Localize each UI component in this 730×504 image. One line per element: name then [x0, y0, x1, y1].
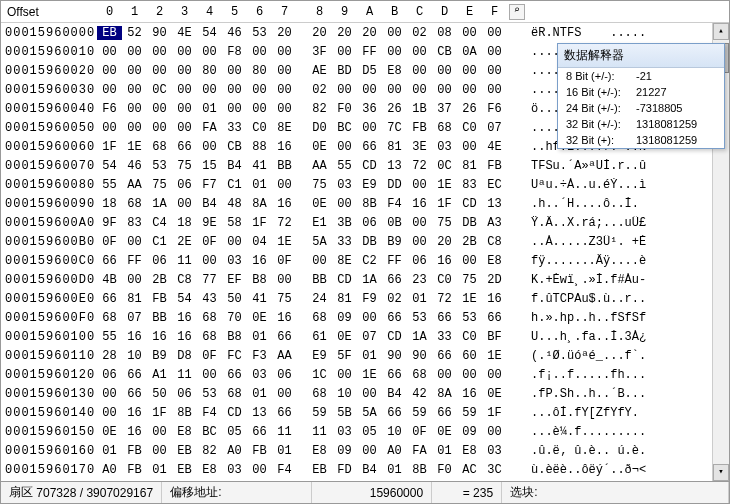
hex-byte[interactable]: 8B	[172, 406, 197, 420]
hex-byte[interactable]: 0F	[97, 235, 122, 249]
hex-byte[interactable]: 75	[457, 273, 482, 287]
hex-byte[interactable]: C0	[457, 330, 482, 344]
hex-byte[interactable]: 68	[97, 311, 122, 325]
hex-byte[interactable]: A0	[97, 463, 122, 477]
hex-byte[interactable]: 07	[357, 330, 382, 344]
hex-byte[interactable]: B4	[197, 197, 222, 211]
hex-byte[interactable]: FF	[122, 254, 147, 268]
hex-byte[interactable]: F0	[332, 102, 357, 116]
hex-byte[interactable]: 68	[432, 121, 457, 135]
hex-byte[interactable]: 00	[357, 121, 382, 135]
hex-row[interactable]: 000159601300066500653680100681000B4428A1…	[1, 384, 729, 403]
header-tool[interactable]: ⌕	[507, 3, 527, 20]
hex-byte[interactable]: 03	[247, 368, 272, 382]
hex-byte[interactable]: B9	[382, 235, 407, 249]
hex-byte[interactable]: 00	[222, 102, 247, 116]
hex-byte[interactable]: 5B	[332, 406, 357, 420]
hex-byte[interactable]: 03	[222, 254, 247, 268]
hex-byte[interactable]: 16	[122, 406, 147, 420]
hex-byte[interactable]: 00	[307, 254, 332, 268]
hex-byte[interactable]: CD	[332, 273, 357, 287]
hex-byte[interactable]: F9	[357, 292, 382, 306]
hex-byte[interactable]: F4	[272, 463, 297, 477]
hex-byte[interactable]: 66	[432, 406, 457, 420]
hex-byte[interactable]: 53	[407, 311, 432, 325]
hex-byte[interactable]: 00	[122, 273, 147, 287]
hex-byte[interactable]: 53	[147, 159, 172, 173]
hex-byte[interactable]: E8	[172, 425, 197, 439]
hex-byte[interactable]: 00	[482, 45, 507, 59]
hex-byte[interactable]: 00	[357, 83, 382, 97]
hex-byte[interactable]: 01	[197, 102, 222, 116]
hex-byte[interactable]: 72	[407, 159, 432, 173]
hex-byte[interactable]: E8	[382, 64, 407, 78]
hex-byte[interactable]: DD	[382, 178, 407, 192]
hex-byte[interactable]: 00	[147, 121, 172, 135]
hex-byte[interactable]: CD	[457, 197, 482, 211]
hex-byte[interactable]: 01	[407, 292, 432, 306]
hex-byte[interactable]: E8	[457, 444, 482, 458]
hex-byte[interactable]: C0	[457, 121, 482, 135]
hex-byte[interactable]: 18	[172, 216, 197, 230]
hex-byte[interactable]: AA	[122, 178, 147, 192]
hex-byte[interactable]: 66	[382, 311, 407, 325]
hex-byte[interactable]: 02	[307, 83, 332, 97]
hex-byte[interactable]: 68	[197, 311, 222, 325]
hex-row[interactable]: 0001596014000161F8BF4CD1366595B5A6659665…	[1, 403, 729, 422]
hex-byte[interactable]: 8B	[407, 463, 432, 477]
hex-byte[interactable]: 1F	[247, 216, 272, 230]
hex-byte[interactable]: B4	[222, 159, 247, 173]
hex-byte[interactable]: 16	[172, 330, 197, 344]
hex-byte[interactable]: 01	[147, 463, 172, 477]
hex-byte[interactable]: 66	[122, 368, 147, 382]
hex-byte[interactable]: 06	[357, 216, 382, 230]
hex-byte[interactable]: 01	[247, 178, 272, 192]
ascii-cell[interactable]: ...è¼.f.........	[527, 425, 712, 439]
hex-byte[interactable]: 01	[357, 349, 382, 363]
hex-row[interactable]: 000159601200666A111006603061C001E6668000…	[1, 365, 729, 384]
scroll-up-button[interactable]: ▴	[713, 23, 729, 40]
hex-byte[interactable]: 16	[272, 311, 297, 325]
hex-byte[interactable]: 01	[272, 444, 297, 458]
hex-byte[interactable]: 06	[97, 368, 122, 382]
hex-byte[interactable]: 26	[382, 102, 407, 116]
hex-byte[interactable]: 68	[147, 140, 172, 154]
hex-byte[interactable]: B8	[222, 330, 247, 344]
hex-byte[interactable]: 00	[247, 45, 272, 59]
hex-byte[interactable]: 55	[97, 330, 122, 344]
hex-byte[interactable]: F3	[247, 349, 272, 363]
hex-byte[interactable]: 03	[332, 178, 357, 192]
hex-byte[interactable]: 33	[332, 235, 357, 249]
hex-byte[interactable]: 20	[357, 26, 382, 40]
hex-byte[interactable]: 00	[197, 368, 222, 382]
hex-byte[interactable]: 05	[357, 425, 382, 439]
hex-byte[interactable]: 00	[357, 311, 382, 325]
hex-byte[interactable]: 68	[307, 311, 332, 325]
hex-byte[interactable]: 68	[307, 387, 332, 401]
hex-byte[interactable]: 68	[197, 330, 222, 344]
hex-byte[interactable]: 80	[247, 64, 272, 78]
hex-byte[interactable]: CB	[432, 45, 457, 59]
hex-byte[interactable]: 0E	[307, 140, 332, 154]
hex-byte[interactable]: 04	[247, 235, 272, 249]
hex-byte[interactable]: 72	[272, 216, 297, 230]
hex-byte[interactable]: 48	[222, 197, 247, 211]
hex-byte[interactable]: 58	[222, 216, 247, 230]
hex-byte[interactable]: 66	[482, 311, 507, 325]
hex-row[interactable]: 000159600C066FF06110003160F008EC2FF06160…	[1, 251, 729, 270]
hex-byte[interactable]: FA	[197, 121, 222, 135]
hex-byte[interactable]: 00	[172, 45, 197, 59]
hex-byte[interactable]: 0C	[432, 159, 457, 173]
hex-byte[interactable]: 8A	[432, 387, 457, 401]
hex-byte[interactable]: EB	[172, 463, 197, 477]
hex-byte[interactable]: DB	[357, 235, 382, 249]
data-interpreter-panel[interactable]: 数据解释器 8 Bit (+/-):-2116 Bit (+/-):212272…	[557, 43, 725, 149]
hex-byte[interactable]: 3B	[332, 216, 357, 230]
hex-byte[interactable]: 06	[172, 387, 197, 401]
hex-byte[interactable]: EB	[97, 26, 122, 40]
hex-byte[interactable]: 16	[432, 254, 457, 268]
hex-byte[interactable]: 00	[247, 102, 272, 116]
hex-byte[interactable]: 13	[247, 406, 272, 420]
hex-byte[interactable]: 00	[457, 368, 482, 382]
hex-byte[interactable]: 66	[172, 140, 197, 154]
